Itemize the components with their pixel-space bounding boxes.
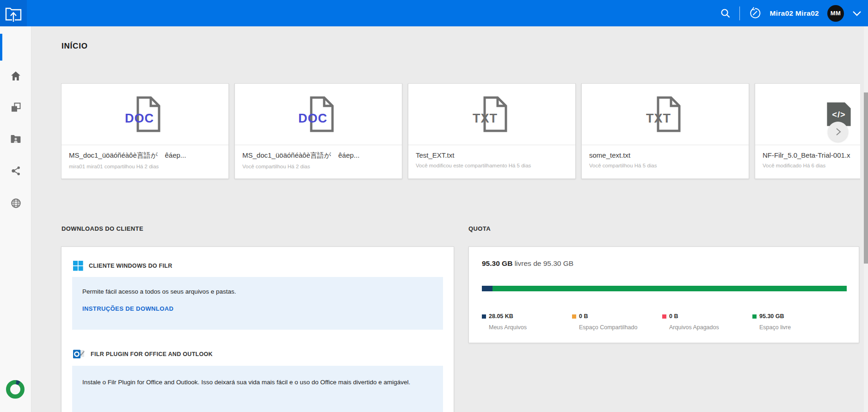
file-title: some_text.txt xyxy=(589,151,741,159)
downloads-heading: DOWNLOADS DO CLIENTE xyxy=(62,225,143,232)
quota-legend: 28.05 KB Meus Arquivos 0 B Espaço Compar… xyxy=(482,313,843,331)
folder-user-icon xyxy=(10,134,21,143)
sidebar xyxy=(0,26,31,412)
windows-client-item: CLIENTE WINDOWS DO FILR xyxy=(73,261,172,271)
avatar[interactable]: MM xyxy=(827,5,844,22)
sidebar-item-meus-arquivos[interactable] xyxy=(0,94,31,121)
sidebar-item-inicio[interactable] xyxy=(0,62,31,89)
file-title: MS_doc1_üöäóñéàôè言語が゚êáep... xyxy=(242,151,394,160)
file-card-meta: NF-Filr_5.0_Beta-Trial-001.x Você modifi… xyxy=(755,145,860,179)
legend-item-arquivos-apagados: 0 B Arquivos Apagados xyxy=(662,313,752,331)
office-plugin-item: FILR PLUGIN FOR OFFICE AND OUTLOOK xyxy=(73,349,213,360)
legend-label: Espaço Compartilhado xyxy=(579,324,662,331)
outlook-logo-icon xyxy=(73,349,85,360)
legend-label: Espaço livre xyxy=(759,324,843,331)
file-card[interactable]: TXT Test_EXT.txt Você modificou este com… xyxy=(408,83,576,179)
legend-swatch-orange xyxy=(572,314,576,319)
svg-text:DOC: DOC xyxy=(125,111,154,125)
chevron-down-icon[interactable] xyxy=(852,10,862,17)
file-card[interactable]: DOC MS_doc1_üöäóñéàôè言語が゚êáep... Você co… xyxy=(234,83,402,179)
legend-value: 0 B xyxy=(579,313,588,320)
quota-used-segment xyxy=(482,286,492,291)
file-card[interactable]: TXT some_text.txt Você compartilhou Há 5… xyxy=(581,83,749,179)
top-bar: Mira02 Mira02 MM xyxy=(0,0,868,26)
file-subtitle: Você compartilhou Há 2 dias xyxy=(242,164,394,169)
svg-text:DOC: DOC xyxy=(298,111,327,125)
carousel-next-button[interactable] xyxy=(828,122,848,142)
legend-value: 0 B xyxy=(669,313,678,320)
legend-item-espaco-livre: 95.30 GB Espaço livre xyxy=(752,313,843,331)
file-card-meta: Test_EXT.txt Você modificou este compart… xyxy=(408,145,575,179)
client-downloads-panel: CLIENTE WINDOWS DO FILR Permite fácil ac… xyxy=(61,246,454,412)
stacked-files-icon xyxy=(10,102,21,113)
quota-free-amount: 95.30 GB xyxy=(482,259,512,267)
legend-item-espaco-compartilhado: 0 B Espaço Compartilhado xyxy=(572,313,662,331)
active-item-indicator xyxy=(0,34,2,61)
sidebar-item-pastas-de-rede[interactable] xyxy=(0,190,31,216)
office-plugin-info-box: Instale o Filr Plugin for Office and Out… xyxy=(72,366,443,412)
file-subtitle: Você compartilhou Há 5 dias xyxy=(589,163,741,168)
file-card-meta: MS_doc1_üöäóñéàôè言語が゚êáep... Você compar… xyxy=(235,145,402,179)
legend-swatch-navy xyxy=(482,314,486,319)
legend-value: 95.30 GB xyxy=(759,313,784,320)
search-icon[interactable] xyxy=(720,8,731,19)
sidebar-item-compartilhado-comigo[interactable] xyxy=(0,125,31,152)
office-plugin-title: FILR PLUGIN FOR OFFICE AND OUTLOOK xyxy=(91,351,213,357)
txt-file-icon: TXT xyxy=(408,84,575,145)
file-title: MS_doc1_üöäóñéàôè言語が゚êáep... xyxy=(69,151,221,160)
office-plugin-description: Instale o Filr Plugin for Office and Out… xyxy=(82,373,433,392)
sidebar-item-compartilhado-por-mim[interactable] xyxy=(0,157,31,184)
share-icon xyxy=(11,166,21,176)
svg-text:TXT: TXT xyxy=(473,111,498,125)
quota-donut-indicator xyxy=(5,379,25,400)
home-icon xyxy=(10,71,21,81)
legend-item-meus-arquivos: 28.05 KB Meus Arquivos xyxy=(482,313,572,331)
file-subtitle: Você modificou este compartilhamento Há … xyxy=(416,163,568,168)
windows-client-description: Permite fácil acesso a todos os seus arq… xyxy=(82,288,433,295)
svg-text:TXT: TXT xyxy=(646,111,671,125)
file-card[interactable]: DOC MS_doc1_üöäóñéàôè言語が゚êáep... mira01 … xyxy=(61,83,229,179)
scrollbar-track xyxy=(864,26,868,412)
legend-label: Arquivos Apagados xyxy=(669,324,752,331)
legend-swatch-red xyxy=(662,314,666,319)
scrollbar-thumb[interactable] xyxy=(864,92,868,264)
legend-swatch-green xyxy=(752,314,757,319)
file-card-meta: some_text.txt Você compartilhou Há 5 dia… xyxy=(582,145,749,179)
recent-activity-icon[interactable] xyxy=(748,6,762,20)
top-bar-actions: Mira02 Mira02 MM xyxy=(720,0,862,26)
globe-icon xyxy=(11,198,21,209)
file-title: NF-Filr_5.0_Beta-Trial-001.x xyxy=(763,151,860,159)
legend-label: Meus Arquivos xyxy=(489,324,572,331)
quota-panel: 95.30 GB livres de 95.30 GB 28.05 KB Meu… xyxy=(468,246,859,343)
quota-heading: QUOTA xyxy=(468,225,491,232)
txt-file-icon: TXT xyxy=(582,84,749,145)
windows-client-title: CLIENTE WINDOWS DO FILR xyxy=(89,263,172,269)
file-title: Test_EXT.txt xyxy=(416,151,568,159)
doc-file-icon: DOC xyxy=(62,84,228,145)
quota-free-text: 95.30 GB livres de 95.30 GB xyxy=(482,259,573,268)
doc-file-icon: DOC xyxy=(235,84,402,145)
chevron-right-icon xyxy=(834,128,842,136)
filr-logo[interactable] xyxy=(0,0,27,26)
file-subtitle: mira01 mira01 compartilhou Há 2 dias xyxy=(69,164,221,169)
user-name[interactable]: Mira02 Mira02 xyxy=(770,9,819,18)
windows-logo-icon xyxy=(73,261,83,271)
svg-text:</>: </> xyxy=(832,110,845,119)
windows-client-info-box: Permite fácil acesso a todos os seus arq… xyxy=(72,277,443,330)
quota-progress-bar xyxy=(482,286,847,291)
recent-files-carousel: DOC MS_doc1_üöäóñéàôè言語が゚êáep... mira01 … xyxy=(61,83,860,180)
page-title: INÍCIO xyxy=(62,42,88,51)
folder-upload-icon xyxy=(4,4,23,23)
download-instructions-link[interactable]: INSTRUÇÕES DE DOWNLOAD xyxy=(82,305,173,312)
legend-value: 28.05 KB xyxy=(489,313,513,320)
quota-free-suffix: livres de 95.30 GB xyxy=(512,259,573,267)
top-bar-divider xyxy=(739,6,740,20)
file-card-meta: MS_doc1_üöäóñéàôè言語が゚êáep... mira01 mira… xyxy=(62,145,228,179)
file-subtitle: Você modificado Há 6 dias xyxy=(763,163,860,168)
filr-home-page: Mira02 Mira02 MM xyxy=(0,0,868,412)
